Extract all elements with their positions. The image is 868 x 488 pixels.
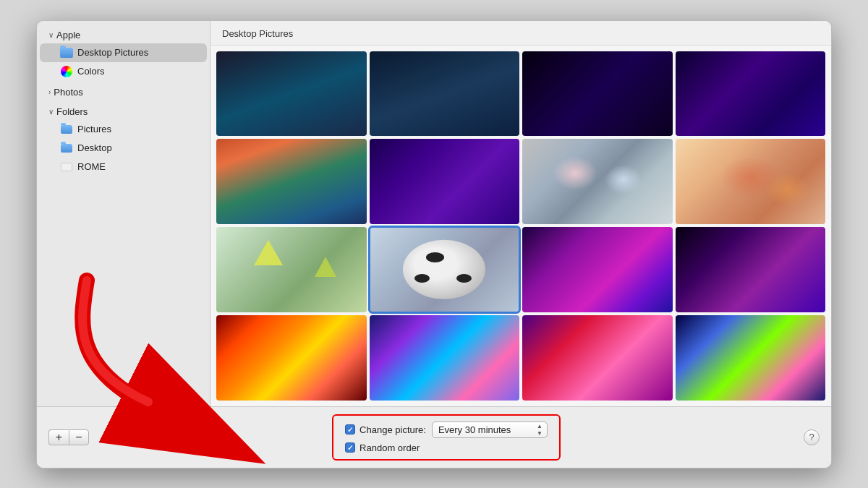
dropdown-arrows-icon: ▲ ▼: [537, 423, 542, 437]
bottom-bar: + − ✓ Change picture: Every 30 minutes: [37, 406, 831, 468]
wallpaper-item-selected[interactable]: [370, 227, 520, 312]
interval-value: Every 30 minutes: [438, 424, 511, 435]
sidebar-item-apple[interactable]: ∨ Apple: [40, 27, 207, 43]
wallpaper-item[interactable]: [370, 139, 520, 224]
bottom-controls-box: ✓ Change picture: Every 30 minutes ▲ ▼: [332, 414, 561, 461]
sidebar-colors-label: Colors: [77, 66, 105, 77]
checkmark-icon: ✓: [347, 426, 353, 434]
help-button[interactable]: ?: [804, 429, 820, 445]
change-picture-row: ✓ Change picture: Every 30 minutes ▲ ▼: [345, 421, 548, 438]
wallpaper-item[interactable]: [216, 227, 367, 312]
sidebar-item-desktop-pictures[interactable]: Desktop Pictures: [40, 43, 207, 62]
sidebar-photos-label: Photos: [54, 87, 82, 98]
wallpaper-item[interactable]: [522, 51, 673, 137]
remove-button[interactable]: −: [69, 429, 89, 445]
sidebar-apple-label: Apple: [56, 30, 80, 40]
add-remove-group: + −: [48, 429, 89, 445]
random-order-checkbox-container[interactable]: ✓ Random order: [345, 442, 420, 453]
change-picture-checkbox[interactable]: ✓: [345, 424, 355, 435]
folder-pictures-icon: [60, 123, 73, 136]
sidebar-rome-label: ROME: [77, 161, 106, 172]
desktop-screensaver-window: ∨ Apple Desktop Pictures Colors: [36, 20, 832, 468]
sidebar-folders-label: Folders: [56, 106, 88, 117]
chevron-down-icon: ∨: [48, 31, 54, 39]
sidebar-item-rome[interactable]: ROME: [40, 158, 207, 176]
wallpaper-item[interactable]: [216, 315, 367, 401]
wallpaper-grid: [210, 46, 831, 406]
interval-dropdown[interactable]: Every 30 minutes ▲ ▼: [432, 421, 548, 438]
change-picture-checkbox-container[interactable]: ✓ Change picture:: [345, 424, 426, 435]
wallpaper-item[interactable]: [216, 51, 367, 137]
chevron-down-icon-folders: ∨: [48, 108, 54, 116]
wallpaper-item[interactable]: [216, 139, 367, 224]
wallpaper-item[interactable]: [370, 315, 520, 401]
wallpaper-item[interactable]: [522, 139, 673, 224]
sidebar-item-colors[interactable]: Colors: [40, 62, 207, 81]
wallpaper-item[interactable]: [370, 51, 520, 137]
sidebar-pictures-label: Pictures: [77, 124, 111, 134]
color-wheel-icon: [60, 65, 73, 78]
sidebar-item-desktop[interactable]: Desktop: [40, 139, 207, 158]
sidebar-item-folders[interactable]: ∨ Folders: [40, 103, 207, 120]
wallpaper-item[interactable]: [522, 315, 673, 401]
white-rect-icon: [60, 160, 73, 174]
sidebar-item-photos[interactable]: › Photos: [40, 84, 207, 100]
random-order-checkbox[interactable]: ✓: [345, 442, 355, 453]
random-order-label: Random order: [359, 442, 420, 453]
sidebar-desktop-pictures-label: Desktop Pictures: [77, 47, 148, 58]
sidebar: ∨ Apple Desktop Pictures Colors: [37, 21, 210, 406]
wallpaper-item[interactable]: [676, 51, 826, 137]
sidebar-desktop-label: Desktop: [77, 142, 112, 153]
add-button[interactable]: +: [48, 429, 69, 445]
checkmark-icon-2: ✓: [347, 444, 353, 452]
main-content: Desktop Pictures: [210, 21, 831, 406]
wallpaper-item[interactable]: [522, 227, 673, 312]
wallpaper-item[interactable]: [676, 139, 826, 224]
main-header: Desktop Pictures: [210, 21, 831, 46]
wallpaper-item[interactable]: [676, 227, 826, 312]
chevron-right-icon: ›: [48, 88, 51, 96]
folder-desktop-icon: [60, 142, 73, 155]
change-picture-label: Change picture:: [359, 424, 426, 435]
sidebar-item-pictures[interactable]: Pictures: [40, 120, 207, 139]
random-order-row: ✓ Random order: [345, 442, 548, 453]
wallpaper-item[interactable]: [676, 315, 826, 401]
folder-icon: [60, 46, 73, 59]
